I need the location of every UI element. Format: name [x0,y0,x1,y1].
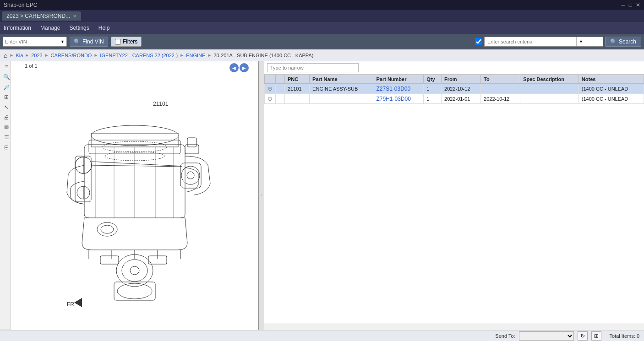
vin-dropdown[interactable]: Enter VIN ▼ Enter VIN [3,37,67,47]
pnc-cell: 21101 [285,84,310,94]
svg-rect-33 [114,282,155,300]
zoom-in-icon[interactable]: 🔍 [2,72,11,81]
print-icon[interactable]: 🖨 [2,113,11,122]
search-button[interactable]: 🔍 Search [605,37,641,47]
svg-text:21101: 21101 [153,101,169,107]
send-to-label: Send To: [495,333,515,339]
expand-cell[interactable]: ⊙ [265,94,276,104]
col-qty: Qty [424,75,442,84]
zoom-out-icon[interactable]: 🔎 [2,82,11,92]
part-number-cell[interactable]: Z27S1-03D00 [373,84,424,94]
svg-rect-38 [187,138,196,147]
col-from: From [442,75,481,84]
search-checkbox[interactable] [475,38,482,45]
bullet-cell [276,94,285,104]
diagram-area: 1 of 1 ◀ ▶ 21101 [11,61,258,330]
svg-point-1 [91,125,178,146]
bullet-cell [276,84,285,94]
statusbar: Send To: ↻ ⊞ Total Items: 0 [0,330,644,341]
search-dropdown-arrow[interactable]: ▼ [576,37,585,46]
prev-page-button[interactable]: ◀ [229,63,239,72]
col-pnc: PNC [285,75,310,84]
next-page-button[interactable]: ▶ [240,63,249,72]
list-icon[interactable]: ☰ [2,133,11,142]
titlebar: Snap-on EPC ─ □ ✕ [0,0,644,10]
filter-bar [264,61,644,75]
email-icon[interactable]: ✉ [2,123,11,132]
table-row[interactable]: ⊕ 21101 ENGINE ASSY-SUB Z27S1-03D00 1 20… [265,84,644,94]
spec-desc-cell [520,84,579,94]
menu-manage[interactable]: Manage [40,25,60,31]
breadcrumb: ⌂ ► Kia ► 2023 ► CARENS/RONDO ► IGENPTY2… [0,49,644,61]
part-number-cell[interactable]: Z79H1-03D00 [373,94,424,104]
expand-cell[interactable]: ⊕ [265,84,276,94]
export-icon-button[interactable]: ⊞ [591,331,601,341]
svg-point-14 [187,172,194,179]
menubar: Information Manage Settings Help [0,22,644,34]
menu-tool-icon[interactable]: ≡ [2,62,11,71]
col-to: To [481,75,520,84]
notes-cell: (1400 CC - UNLEAD [579,94,644,104]
from-cell: 2022-10-12 [442,84,481,94]
breadcrumb-kia[interactable]: Kia [16,53,23,58]
svg-text:FR.: FR. [67,301,76,308]
maximize-button[interactable]: □ [629,2,632,8]
engine-svg: 21101 [48,92,222,312]
search-icon: 🔍 [610,38,617,45]
tabbar: 2023 > CARENS/ROND... ✕ [0,10,644,22]
active-tab[interactable]: 2023 > CARENS/ROND... ✕ [2,11,81,21]
menu-settings[interactable]: Settings [69,25,89,31]
col-part-name: Part Name [310,75,373,84]
diagram-panel: ≡ 🔍 🔎 ⊞ ↖ 🖨 ✉ ☰ ⊟ 1 of 1 ◀ ▶ 21101 [0,61,259,330]
search-input[interactable] [485,37,576,46]
qty-cell: 1 [424,84,442,94]
breadcrumb-carens[interactable]: CARENS/RONDO [51,53,92,58]
breadcrumb-engine[interactable]: ENGINE [186,53,205,58]
col-spec-desc: Spec Description [520,75,579,84]
close-button[interactable]: ✕ [636,2,640,8]
search-input-wrap: ▼ [484,37,603,47]
pointer-icon[interactable]: ↖ [2,103,11,112]
send-to-select[interactable] [519,331,574,341]
svg-point-34 [117,283,152,299]
grid-icon[interactable]: ⊟ [2,143,11,152]
narrow-filter-input[interactable] [267,63,359,72]
menu-help[interactable]: Help [98,25,110,31]
parts-table-body: ⊕ 21101 ENGINE ASSY-SUB Z27S1-03D00 1 20… [265,84,644,104]
spec-desc-cell [520,94,579,104]
svg-point-13 [181,166,200,184]
refresh-icon-button[interactable]: ↻ [578,331,588,341]
engine-diagram: 21101 [48,92,222,313]
search-small-icon: 🔍 [74,38,81,45]
col-part-number: Part Number [373,75,424,84]
breadcrumb-2023[interactable]: 2023 [31,53,42,58]
horizontal-scrollbar[interactable] [264,324,644,330]
svg-rect-28 [100,256,119,264]
filters-checkbox[interactable] [115,39,121,45]
from-cell: 2022-01-01 [442,94,481,104]
filters-button[interactable]: Filters [111,37,142,47]
part-number-link: Z27S1-03D00 [376,86,410,92]
app-title: Snap-on EPC [4,2,37,8]
tab-close-icon[interactable]: ✕ [73,14,76,19]
find-vin-button[interactable]: 🔍 Find VIN [70,37,108,47]
breadcrumb-igenpty22[interactable]: IGENPTY22 - CARENS 22 (2022-) [100,53,178,58]
col-notes: Notes [579,75,644,84]
panel-divider[interactable]: ⋮ [259,61,264,330]
fit-icon[interactable]: ⊞ [2,92,11,102]
page-counter: 1 of 1 [25,63,38,69]
home-icon[interactable]: ⌂ [4,52,7,59]
to-cell: 2022-10-12 [481,94,520,104]
minimize-button[interactable]: ─ [621,2,625,8]
table-row[interactable]: ⊙ Z79H1-03D00 1 2022-01-01 2022-10-12 (1… [265,94,644,104]
svg-point-36 [101,225,114,233]
parts-table: PNC Part Name Part Number Qty From To Sp… [264,75,644,104]
main-content: ≡ 🔍 🔎 ⊞ ↖ 🖨 ✉ ☰ ⊟ 1 of 1 ◀ ▶ 21101 [0,61,644,330]
menu-information[interactable]: Information [4,25,31,31]
svg-point-32 [130,266,139,275]
nav-arrows: ◀ ▶ [229,63,249,72]
searchbar: Enter VIN ▼ Enter VIN 🔍 Find VIN Filters… [0,34,644,49]
search-area: ▼ 🔍 Search [475,37,641,47]
notes-cell: (1400 CC - UNLEAD [579,84,644,94]
parts-table-wrap[interactable]: PNC Part Name Part Number Qty From To Sp… [264,75,644,324]
